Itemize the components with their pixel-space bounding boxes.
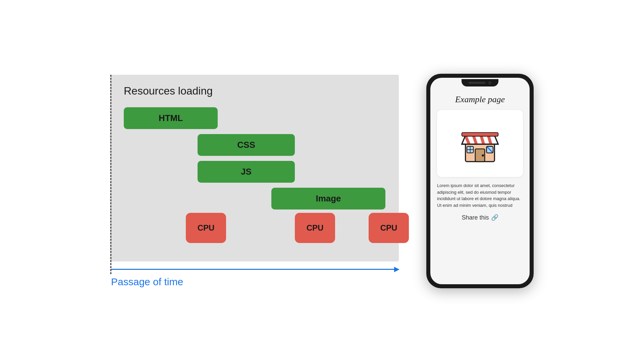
css-label: CSS [237, 140, 255, 150]
phone-body-text: Lorem ipsum dolor sit amet, consectetur … [437, 182, 523, 208]
cpu-1-label: CPU [198, 223, 215, 233]
phone-image-card [437, 110, 523, 177]
time-line [111, 269, 394, 270]
cpu-block-2: CPU [295, 213, 335, 243]
time-label: Passage of time [111, 276, 399, 288]
share-link[interactable]: Share this 🔗 [462, 214, 498, 221]
image-label: Image [316, 193, 341, 204]
phone-screen: Example page [430, 78, 530, 284]
resources-area: HTML CSS JS Image [120, 107, 389, 248]
link-icon: 🔗 [491, 214, 498, 221]
js-bar: JS [198, 161, 295, 183]
time-section [111, 267, 399, 272]
html-label: HTML [159, 113, 183, 123]
phone-page-title: Example page [455, 95, 505, 105]
share-label: Share this [462, 214, 489, 221]
js-label: JS [241, 167, 252, 177]
cpu-block-3: CPU [369, 213, 409, 243]
diagram-box: Resources loading HTML CSS JS [110, 75, 399, 261]
store-illustration [458, 122, 502, 165]
diagram-wrapper: Resources loading HTML CSS JS [110, 75, 399, 288]
cpu-block-1: CPU [186, 213, 226, 243]
css-bar: CSS [198, 134, 295, 156]
html-bar: HTML [124, 107, 218, 129]
svg-point-8 [482, 155, 484, 157]
diagram-title: Resources loading [124, 85, 389, 97]
main-container: Resources loading HTML CSS JS [0, 0, 644, 362]
diagram-section: Resources loading HTML CSS JS [110, 75, 399, 288]
cpu-2-label: CPU [307, 223, 324, 233]
dashed-vertical-line [110, 75, 111, 274]
time-arrowhead [394, 267, 399, 272]
phone-notch [462, 79, 498, 86]
phone-frame: Example page [426, 74, 534, 288]
notch-camera [488, 81, 491, 84]
notch-speaker [469, 82, 485, 84]
image-bar: Image [271, 188, 385, 209]
svg-rect-15 [462, 133, 498, 136]
cpu-3-label: CPU [380, 223, 397, 233]
time-arrow [111, 267, 399, 272]
phone-section: Example page [426, 74, 534, 288]
